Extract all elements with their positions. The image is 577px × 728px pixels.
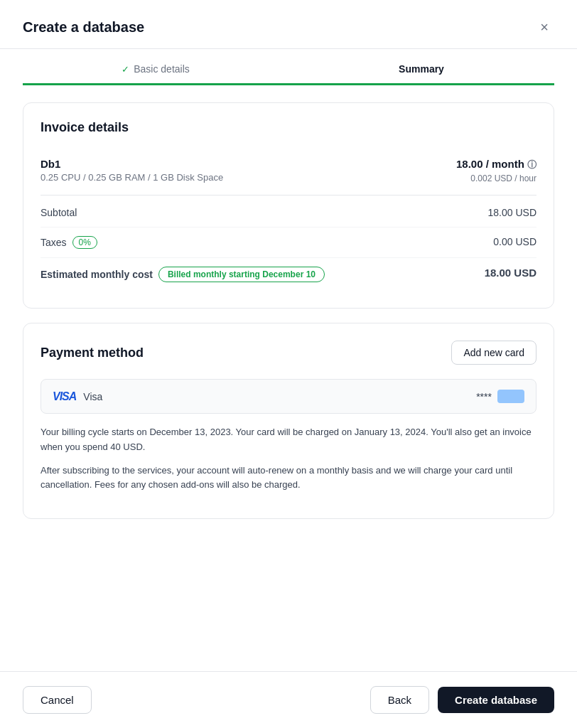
step-basic-details: ✓ Basic details bbox=[23, 63, 288, 75]
modal-footer: Cancel Back Create database bbox=[0, 671, 577, 728]
subtotal-value: 18.00 USD bbox=[488, 207, 536, 218]
stepper: ✓ Basic details Summary bbox=[0, 49, 577, 75]
estimated-cost-row: Estimated monthly cost Billed monthly st… bbox=[41, 257, 536, 291]
visa-logo: VISA bbox=[53, 390, 76, 403]
create-database-button[interactable]: Create database bbox=[438, 687, 554, 713]
step1-label: Basic details bbox=[134, 63, 190, 75]
price-monthly: 18.00 / month ⓘ bbox=[456, 158, 536, 171]
db-row: Db1 0.25 CPU / 0.25 GB RAM / 1 GB Disk S… bbox=[41, 149, 536, 192]
invoice-card: Invoice details Db1 0.25 CPU / 0.25 GB R… bbox=[23, 102, 554, 309]
close-icon: × bbox=[540, 19, 549, 36]
billing-note-2: After subscribing to the services, your … bbox=[41, 464, 536, 493]
footer-right-buttons: Back Create database bbox=[370, 686, 554, 714]
taxes-label-group: Taxes 0% bbox=[41, 236, 97, 249]
close-button[interactable]: × bbox=[534, 17, 554, 37]
subtotal-row: Subtotal 18.00 USD bbox=[41, 198, 536, 227]
billing-note-1: Your billing cycle starts on December 13… bbox=[41, 425, 536, 455]
taxes-label: Taxes bbox=[41, 237, 67, 248]
add-new-card-button[interactable]: Add new card bbox=[451, 341, 536, 365]
visa-label: Visa bbox=[83, 391, 102, 402]
payment-card: Payment method Add new card VISA Visa **… bbox=[23, 323, 554, 519]
subtotal-label: Subtotal bbox=[41, 207, 77, 218]
tax-badge: 0% bbox=[72, 236, 97, 249]
stepper-bar-fill bbox=[23, 83, 554, 85]
info-icon: ⓘ bbox=[527, 159, 536, 170]
card-last4 bbox=[497, 390, 524, 403]
create-database-modal: Create a database × ✓ Basic details Summ… bbox=[0, 0, 577, 728]
estimated-label: Estimated monthly cost bbox=[41, 269, 153, 280]
step-summary: Summary bbox=[288, 63, 554, 75]
estimated-value: 18.00 USD bbox=[485, 267, 536, 279]
check-icon: ✓ bbox=[122, 64, 129, 75]
payment-header: Payment method Add new card bbox=[41, 341, 536, 365]
stepper-progress-bar bbox=[23, 83, 554, 85]
taxes-row: Taxes 0% 0.00 USD bbox=[41, 227, 536, 257]
back-button[interactable]: Back bbox=[370, 686, 429, 714]
card-digits: **** bbox=[476, 390, 524, 403]
payment-title: Payment method bbox=[41, 346, 144, 360]
card-dots: **** bbox=[476, 391, 492, 402]
visa-card-row: VISA Visa **** bbox=[41, 379, 536, 414]
db-name: Db1 bbox=[41, 158, 223, 170]
billed-badge: Billed monthly starting December 10 bbox=[158, 267, 325, 282]
cancel-button[interactable]: Cancel bbox=[23, 686, 92, 714]
invoice-title: Invoice details bbox=[41, 120, 536, 135]
step2-label: Summary bbox=[399, 63, 444, 75]
visa-card-left: VISA Visa bbox=[53, 390, 102, 403]
price-hourly: 0.002 USD / hour bbox=[456, 173, 536, 183]
taxes-value: 0.00 USD bbox=[493, 236, 536, 247]
db-specs: 0.25 CPU / 0.25 GB RAM / 1 GB Disk Space bbox=[41, 172, 223, 183]
estimated-label-group: Estimated monthly cost Billed monthly st… bbox=[41, 267, 325, 282]
modal-header: Create a database × bbox=[0, 0, 577, 49]
modal-content: Invoice details Db1 0.25 CPU / 0.25 GB R… bbox=[0, 85, 577, 671]
modal-title: Create a database bbox=[23, 19, 144, 36]
